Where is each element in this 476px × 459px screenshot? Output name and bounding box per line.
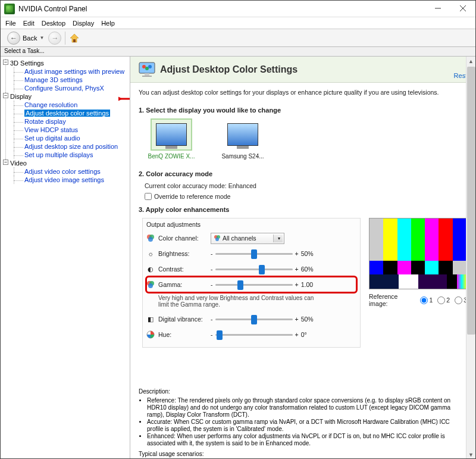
menu-help[interactable]: Help <box>101 20 115 27</box>
ref-radio-3[interactable]: 3 <box>455 296 467 304</box>
section-2-title: 2. Color accuracy mode <box>139 170 467 177</box>
channel-value: All channels <box>223 235 256 242</box>
forward-button[interactable]: → <box>48 32 61 45</box>
tree-item-change-res[interactable]: Change resolution <box>24 101 77 108</box>
back-label: Back <box>23 35 37 42</box>
output-group-label: Output adjustments <box>146 221 356 228</box>
desc-bullet-enhanced: Enhanced: When user performs any color a… <box>147 433 467 447</box>
svg-rect-8 <box>142 76 152 77</box>
vibrance-slider[interactable] <box>215 319 293 320</box>
vertical-scrollbar[interactable]: ▲ ▼ <box>466 57 475 459</box>
channel-icon <box>146 234 155 242</box>
tree-item-manage-3d[interactable]: Manage 3D settings <box>24 76 83 83</box>
hue-slider[interactable] <box>215 334 293 336</box>
minimize-button[interactable] <box>425 1 450 16</box>
brightness-icon: ☼ <box>146 249 155 258</box>
tree-toggle-3d[interactable]: − <box>3 60 8 65</box>
desc-bullet-accurate: Accurate: When CSC or custom gamma ramp … <box>147 419 467 433</box>
content-pane: Adjust Desktop Color Settings Restor You… <box>130 57 475 459</box>
tree-item-rotate[interactable]: Rotate display <box>24 118 66 125</box>
gamma-icon <box>146 280 155 289</box>
menu-file[interactable]: File <box>5 20 16 27</box>
contrast-slider[interactable] <box>215 268 293 270</box>
tree-item-adjust-image[interactable]: Adjust image settings with preview <box>24 68 124 75</box>
description-heading: Description: <box>139 388 467 395</box>
hue-value: 0° <box>301 331 327 338</box>
minus-label: - <box>211 250 213 257</box>
reference-image-label: Reference image: <box>369 293 415 307</box>
menu-desktop[interactable]: Desktop <box>42 20 65 27</box>
description-panel: Description: Reference: The rendered pix… <box>139 388 467 457</box>
svg-point-17 <box>215 238 219 241</box>
close-button[interactable] <box>450 1 475 16</box>
tree-item-digital-audio[interactable]: Set up digital audio <box>24 135 80 142</box>
hue-icon <box>146 330 155 339</box>
brightness-value: 50% <box>301 250 327 257</box>
display-item-2[interactable]: Samsung S24... <box>216 118 270 160</box>
window-title: NVIDIA Control Panel <box>18 5 87 13</box>
tree-group-3d: 3D Settings <box>10 60 44 67</box>
contrast-icon: ◐ <box>146 265 155 273</box>
intro-text: You can adjust desktop color settings fo… <box>139 89 467 96</box>
ref-radio-1[interactable]: 1 <box>420 296 433 304</box>
sidebar: − 3D Settings Adjust image settings with… <box>1 57 130 459</box>
toolbar: ← Back ▼ → <box>1 29 475 47</box>
tree-item-hdcp[interactable]: View HDCP status <box>24 126 78 133</box>
hue-label: Hue: <box>158 331 207 338</box>
svg-point-9 <box>142 65 146 68</box>
tree-item-adjust-color[interactable]: Adjust desktop color settings <box>24 110 110 117</box>
svg-point-14 <box>148 237 153 242</box>
tree-item-video-color[interactable]: Adjust video color settings <box>24 168 101 175</box>
desc-bullet-reference: Reference: The rendered pixels only go t… <box>147 397 467 419</box>
section-1-title: 1. Select the display you would like to … <box>139 107 467 114</box>
brightness-label: Brightness: <box>158 250 207 257</box>
vibrance-icon: ◧ <box>146 315 155 323</box>
brightness-slider[interactable] <box>215 253 293 255</box>
title-bar: NVIDIA Control Panel <box>1 1 475 17</box>
task-header: Select a Task... <box>1 47 475 57</box>
gamma-label: Gamma: <box>158 281 207 288</box>
tree-item-multiple-displays[interactable]: Set up multiple displays <box>24 151 93 158</box>
tree-toggle-video[interactable]: − <box>3 160 8 165</box>
gamma-row-highlight: Gamma: - + 1.00 <box>146 277 356 292</box>
output-adjustments-panel: Output adjustments Color channel: All ch… <box>142 218 361 348</box>
channel-combo[interactable]: All channels ▾ <box>211 233 284 244</box>
tree-item-surround[interactable]: Configure Surround, PhysX <box>24 85 104 92</box>
tree-toggle-display[interactable]: − <box>3 93 8 98</box>
tree-item-video-image[interactable]: Adjust video image settings <box>24 176 104 183</box>
app-icon <box>4 4 15 14</box>
ref-radio-2[interactable]: 2 <box>437 296 450 304</box>
scroll-up-icon[interactable]: ▲ <box>466 57 476 66</box>
tree-group-display: Display <box>10 93 32 100</box>
menu-display[interactable]: Display <box>73 20 94 27</box>
svg-rect-7 <box>145 73 149 76</box>
reference-image-radios: Reference image: 1 2 3 <box>369 293 467 307</box>
back-arrow-icon: ← <box>7 32 20 45</box>
override-checkbox[interactable] <box>145 193 152 200</box>
home-button[interactable] <box>69 33 80 43</box>
contrast-value: 60% <box>301 266 327 273</box>
gamma-slider[interactable] <box>215 284 293 286</box>
channel-label: Color channel: <box>158 235 207 242</box>
desc-scenarios: Typical usage scenarios: <box>139 451 467 457</box>
section-3-title: 3. Apply color enhancements <box>139 206 467 213</box>
menu-edit[interactable]: Edit <box>23 20 35 27</box>
chevron-down-icon: ▼ <box>39 35 44 40</box>
tree-item-size-position[interactable]: Adjust desktop size and position <box>24 143 118 150</box>
scroll-thumb[interactable] <box>467 67 475 335</box>
vibrance-value: 50% <box>301 316 327 323</box>
back-button[interactable]: ← Back ▼ <box>4 30 47 46</box>
svg-point-10 <box>145 67 149 70</box>
scroll-down-icon[interactable]: ▼ <box>466 450 476 459</box>
annotation-arrow-sidebar <box>118 95 130 103</box>
display-item-1[interactable]: BenQ ZOWIE X... <box>145 118 198 160</box>
page-title: Adjust Desktop Color Settings <box>160 64 298 75</box>
gamma-value: 1.00 <box>301 281 327 288</box>
monitor-icon <box>139 62 155 77</box>
reference-image-preview <box>369 218 467 289</box>
chevron-down-icon: ▾ <box>278 236 280 241</box>
display-list: BenQ ZOWIE X... Samsung S24... <box>145 118 467 160</box>
menu-bar: File Edit Desktop Display Help <box>1 17 475 29</box>
tree-group-video: Video <box>10 160 27 167</box>
gamma-hint: Very high and very low Brightness and Co… <box>158 295 325 308</box>
